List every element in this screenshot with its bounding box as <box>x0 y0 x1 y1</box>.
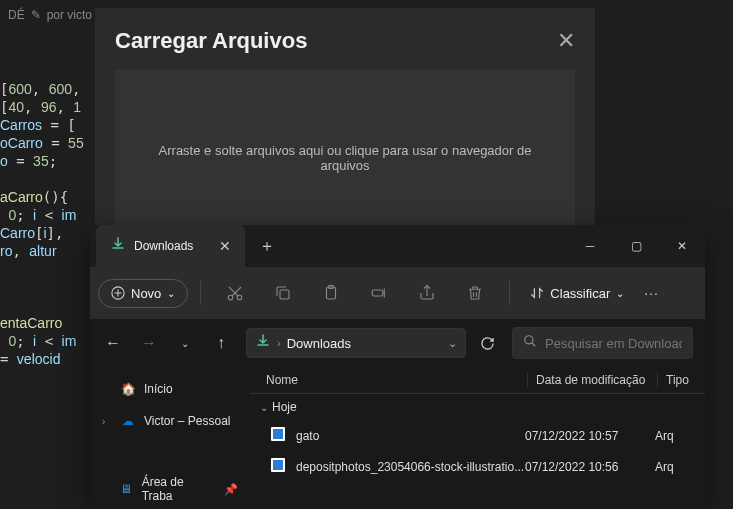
svg-rect-9 <box>273 429 283 439</box>
close-icon[interactable]: ✕ <box>557 30 575 52</box>
refresh-button[interactable] <box>470 326 504 360</box>
chevron-down-icon: ⌄ <box>616 288 624 299</box>
list-header: Nome Data de modificação Tipo <box>250 367 705 394</box>
file-row[interactable]: gato 07/12/2022 10:57 Arq <box>250 420 705 451</box>
svg-rect-6 <box>373 290 384 296</box>
up-button[interactable]: ↑ <box>204 326 238 360</box>
upload-header: Carregar Arquivos ✕ <box>115 28 575 54</box>
delete-button[interactable] <box>453 275 497 311</box>
tab-text: DÉ <box>8 8 25 22</box>
chevron-right-icon: › <box>277 337 281 349</box>
file-explorer-window: Downloads ✕ ＋ ─ ▢ ✕ Novo ⌄ Classificar ⌄ <box>90 225 705 509</box>
image-file-icon <box>270 426 288 445</box>
tab-group: Downloads ✕ ＋ <box>90 225 289 267</box>
close-window-button[interactable]: ✕ <box>659 225 705 267</box>
chevron-down-icon: ⌄ <box>167 288 175 299</box>
file-date: 07/12/2022 10:57 <box>525 429 655 443</box>
file-type: Arq <box>655 460 695 474</box>
svg-rect-3 <box>280 290 289 299</box>
edit-icon: ✎ <box>31 8 41 22</box>
address-bar[interactable]: › Downloads ⌄ <box>246 328 466 358</box>
sidebar-item-desktop[interactable]: 🖥 Área de Traba 📌 <box>94 469 246 509</box>
nav-row: ← → ⌄ ↑ › Downloads ⌄ <box>90 319 705 367</box>
back-button[interactable]: ← <box>96 326 130 360</box>
forward-button[interactable]: → <box>132 326 166 360</box>
cut-button[interactable] <box>213 275 257 311</box>
upload-title: Carregar Arquivos <box>115 28 307 54</box>
file-name: gato <box>296 429 525 443</box>
column-type[interactable]: Tipo <box>657 373 697 387</box>
search-icon <box>523 334 537 352</box>
new-button[interactable]: Novo ⌄ <box>98 279 188 308</box>
tab-author: por victo <box>47 8 92 22</box>
search-bar[interactable] <box>512 327 693 359</box>
new-button-label: Novo <box>131 286 161 301</box>
new-tab-button[interactable]: ＋ <box>245 236 289 257</box>
share-button[interactable] <box>405 275 449 311</box>
svg-rect-11 <box>273 460 283 470</box>
rename-button[interactable] <box>357 275 401 311</box>
minimize-button[interactable]: ─ <box>567 225 613 267</box>
maximize-button[interactable]: ▢ <box>613 225 659 267</box>
sidebar-item-label: Victor – Pessoal <box>144 414 231 428</box>
group-header[interactable]: ⌄ Hoje <box>250 394 705 420</box>
file-name: depositphotos_23054066-stock-illustratio… <box>296 460 525 474</box>
more-button[interactable]: ··· <box>636 285 667 301</box>
image-file-icon <box>270 457 288 476</box>
toolbar-separator <box>200 281 201 305</box>
column-date[interactable]: Data de modificação <box>527 373 657 387</box>
chevron-down-icon[interactable]: ⌄ <box>448 337 457 350</box>
toolbar-separator <box>509 281 510 305</box>
plus-circle-icon <box>111 286 125 300</box>
sidebar-item-personal[interactable]: › ☁ Victor – Pessoal <box>94 407 246 435</box>
sort-icon <box>530 286 544 300</box>
download-icon <box>255 333 271 353</box>
toolbar: Novo ⌄ Classificar ⌄ ··· <box>90 267 705 319</box>
recent-button[interactable]: ⌄ <box>168 326 202 360</box>
code-file-tab[interactable]: DÉ ✎ por victo <box>0 0 100 30</box>
sidebar-item-label: Início <box>144 382 173 396</box>
sort-button[interactable]: Classificar ⌄ <box>522 286 632 301</box>
code-content[interactable]: [600, 600, [40, 96, 1 Carros = [ oCarro … <box>0 80 84 368</box>
svg-point-7 <box>525 336 533 344</box>
file-list: Nome Data de modificação Tipo ⌄ Hoje gat… <box>250 367 705 509</box>
copy-button[interactable] <box>261 275 305 311</box>
column-name[interactable]: Nome <box>258 373 527 387</box>
sidebar-item-label: Área de Traba <box>142 475 216 503</box>
onedrive-icon: ☁ <box>120 413 136 429</box>
address-text: Downloads <box>287 336 442 351</box>
titlebar: Downloads ✕ ＋ ─ ▢ ✕ <box>90 225 705 267</box>
explorer-tab[interactable]: Downloads ✕ <box>96 225 245 267</box>
paste-button[interactable] <box>309 275 353 311</box>
chevron-down-icon: ⌄ <box>260 402 268 413</box>
pin-icon[interactable]: 📌 <box>224 483 238 496</box>
group-label: Hoje <box>272 400 297 414</box>
drop-zone-text: Arraste e solte arquivos aqui ou clique … <box>155 143 535 173</box>
desktop-icon: 🖥 <box>118 481 134 497</box>
home-icon: 🏠 <box>120 381 136 397</box>
file-row[interactable]: depositphotos_23054066-stock-illustratio… <box>250 451 705 482</box>
sort-label: Classificar <box>550 286 610 301</box>
file-date: 07/12/2022 10:56 <box>525 460 655 474</box>
drop-zone[interactable]: Arraste e solte arquivos aqui ou clique … <box>115 70 575 245</box>
sidebar: 🏠 Início › ☁ Victor – Pessoal 🖥 Área de … <box>90 367 250 509</box>
chevron-right-icon[interactable]: › <box>102 416 112 427</box>
search-input[interactable] <box>545 336 682 351</box>
window-controls: ─ ▢ ✕ <box>567 225 705 267</box>
tab-close-icon[interactable]: ✕ <box>219 238 231 254</box>
file-type: Arq <box>655 429 695 443</box>
explorer-tab-label: Downloads <box>134 239 193 253</box>
sidebar-item-home[interactable]: 🏠 Início <box>94 375 246 403</box>
explorer-body: 🏠 Início › ☁ Victor – Pessoal 🖥 Área de … <box>90 367 705 509</box>
download-icon <box>110 236 126 256</box>
